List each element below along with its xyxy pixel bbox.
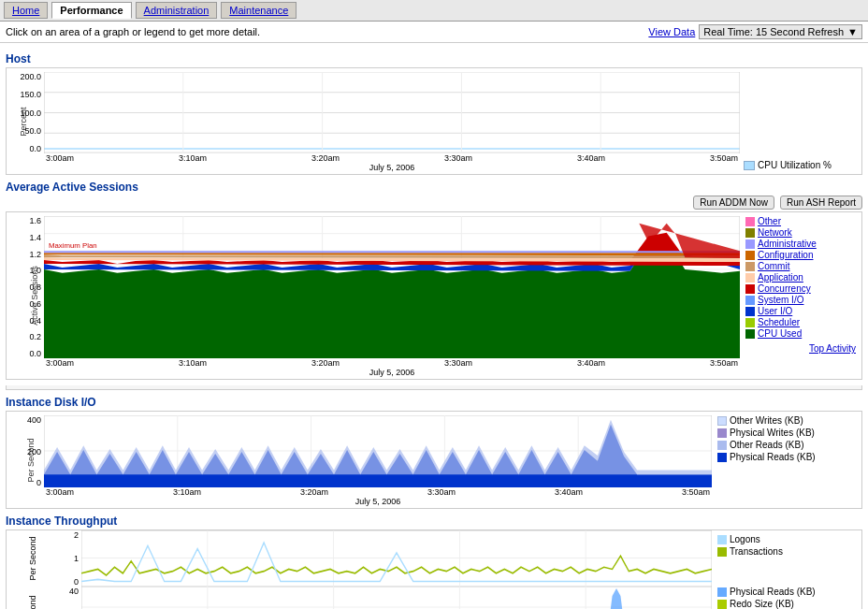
other-swatch — [745, 217, 755, 226]
info-bar: Click on an area of a graph or legend to… — [0, 22, 868, 43]
run-ash-button[interactable]: Run ASH Report — [780, 196, 862, 210]
network-label[interactable]: Network — [758, 227, 792, 238]
disk-chart-svg — [44, 415, 712, 487]
disk-phys-reads-label: Physical Reads (KB) — [730, 452, 816, 462]
legend-config[interactable]: Configuration — [745, 250, 856, 260]
aas-x-6: 3:50am — [710, 358, 738, 368]
cpuused-label[interactable]: CPU Used — [758, 328, 802, 339]
host-y-200: 200.0 — [20, 72, 41, 81]
aas-y-12: 1.2 — [29, 250, 41, 259]
tp-logons-label: Logons — [730, 534, 760, 544]
view-data-label[interactable]: View Data — [648, 26, 695, 37]
network-swatch — [745, 228, 755, 238]
legend-userio[interactable]: User I/O — [745, 306, 856, 316]
disk-phys-writes-label: Physical Writes (KB) — [730, 428, 815, 438]
disk-legend-phys-writes: Physical Writes (KB) — [717, 428, 856, 438]
admin-label[interactable]: Administrative — [758, 239, 817, 249]
aas-x-date: July 5, 2006 — [44, 368, 740, 377]
userio-label[interactable]: User I/O — [758, 306, 792, 316]
application-swatch — [745, 273, 755, 283]
host-x-3: 3:20am — [311, 153, 340, 163]
concurrency-swatch — [745, 284, 755, 294]
tp-redo-label: Redo Size (KB) — [730, 599, 794, 609]
cpuused-swatch — [745, 329, 755, 339]
disk-x-1: 3:00am — [46, 487, 74, 497]
nav-maintenance[interactable]: Maintenance — [221, 2, 297, 19]
disk-legend-phys-reads: Physical Reads (KB) — [717, 452, 856, 462]
aas-y-16: 1.6 — [29, 216, 41, 225]
disk-y-200: 200 — [27, 447, 41, 457]
legend-cpuused[interactable]: CPU Used — [745, 328, 856, 339]
tp-y-0: 0 — [74, 577, 79, 587]
host-chart-svg — [44, 72, 740, 153]
legend-application[interactable]: Application — [745, 272, 856, 283]
other-label[interactable]: Other — [758, 216, 781, 226]
legend-network[interactable]: Network — [745, 227, 856, 238]
top-activity-label[interactable]: Top Activity — [809, 343, 856, 354]
aas-chart[interactable]: Active Sessions 1.6 1.4 1.2 1.0 0.8 0.6 … — [6, 211, 862, 380]
host-x-4: 3:30am — [444, 153, 472, 163]
aas-x-5: 3:40am — [577, 358, 605, 368]
top-activity-link[interactable]: Top Activity — [745, 343, 856, 354]
legend-commit[interactable]: Commit — [745, 261, 856, 271]
aas-y-04: 0.4 — [29, 316, 41, 326]
config-swatch — [745, 251, 755, 260]
svg-marker-45 — [44, 420, 712, 474]
host-cpu-swatch — [744, 161, 755, 170]
disk-x-2: 3:10am — [173, 487, 201, 497]
aas-y-06: 0.6 — [29, 299, 41, 309]
run-addm-button[interactable]: Run ADDM Now — [693, 196, 774, 210]
userio-swatch — [745, 307, 755, 316]
host-y-50: 50.0 — [24, 126, 41, 136]
legend-admin[interactable]: Administrative — [745, 239, 856, 249]
disk-chart[interactable]: Per Second 400 200 0 — [6, 411, 862, 509]
config-label[interactable]: Configuration — [758, 250, 813, 260]
aas-x-3: 3:20am — [311, 358, 340, 368]
nav-performance[interactable]: Performance — [51, 2, 131, 19]
tp-y-1: 1 — [74, 554, 79, 563]
aas-x-2: 3:10am — [179, 358, 207, 368]
throughput-bottom-svg — [81, 587, 712, 609]
host-chart[interactable]: Percent 200.0 150.0 100.0 50.0 0.0 — [6, 67, 862, 175]
disk-x-5: 3:40am — [555, 487, 583, 497]
sysio-label[interactable]: System I/O — [758, 295, 803, 305]
legend-sysio[interactable]: System I/O — [745, 295, 856, 305]
aas-chart-svg: Maximum Plan — [44, 216, 740, 358]
refresh-label: Real Time: 15 Second Refresh — [703, 26, 844, 37]
disk-other-reads-label: Other Reads (KB) — [730, 440, 803, 450]
application-label[interactable]: Application — [758, 272, 803, 283]
host-x-6: 3:50am — [710, 153, 738, 163]
disk-legend: Other Writes (KB) Physical Writes (KB) O… — [712, 412, 861, 508]
aas-y-14: 1.4 — [29, 233, 41, 242]
nav-home[interactable]: Home — [4, 2, 48, 19]
tp-legend-phys-reads: Physical Reads (KB) — [717, 587, 856, 597]
host-title: Host — [6, 52, 862, 65]
tp-b-y-40: 40 — [69, 587, 79, 596]
disk-legend-other-reads: Other Reads (KB) — [717, 440, 856, 450]
throughput-legend: Logons Transactions Physical Reads (KB) … — [712, 530, 861, 609]
aas-icon-row: // We'll render icon circles inline via … — [6, 385, 862, 390]
disk-x-6: 3:50am — [682, 487, 710, 497]
legend-other[interactable]: Other — [745, 216, 856, 226]
svg-marker-32 — [44, 251, 740, 253]
tp-transactions-label: Transactions — [730, 546, 783, 557]
commit-label[interactable]: Commit — [758, 261, 789, 271]
aas-y-10: 1.0 — [29, 266, 41, 275]
scheduler-label[interactable]: Scheduler — [758, 317, 800, 327]
legend-scheduler[interactable]: Scheduler — [745, 317, 856, 327]
legend-concurrency[interactable]: Concurrency — [745, 283, 856, 294]
aas-y-08: 0.8 — [29, 283, 41, 292]
disk-x-3: 3:20am — [300, 487, 328, 497]
host-x-date: July 5, 2006 — [44, 163, 740, 172]
concurrency-label[interactable]: Concurrency — [758, 283, 811, 294]
aas-x-4: 3:30am — [444, 358, 472, 368]
refresh-dropdown-icon[interactable]: ▼ — [847, 26, 858, 37]
refresh-selector[interactable]: Real Time: 15 Second Refresh ▼ — [699, 24, 862, 39]
host-y-150: 150.0 — [20, 90, 41, 99]
host-x-2: 3:10am — [179, 153, 207, 163]
throughput-top-y-label: Per Second — [28, 536, 37, 580]
nav-administration[interactable]: Administration — [136, 2, 218, 19]
tp-y-2: 2 — [74, 530, 79, 540]
throughput-top-svg — [81, 530, 712, 587]
throughput-chart[interactable]: Per Second 2 1 0 — [6, 529, 862, 609]
